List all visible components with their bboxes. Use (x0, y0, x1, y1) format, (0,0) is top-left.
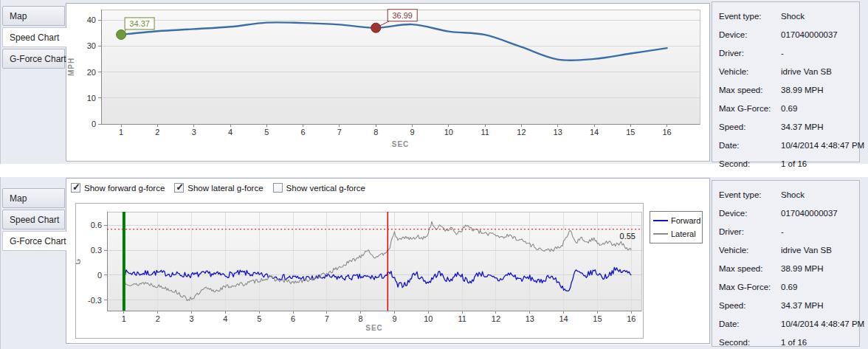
legend-entry-forward: Forward (650, 214, 702, 227)
checkbox-label: Show lateral g-force (187, 184, 263, 193)
event-info-panel-top: Event type:Shock Device:017040000037 Dri… (712, 1, 860, 162)
svg-text:40: 40 (87, 15, 96, 24)
tab-strip-top: Map Speed Chart G-Force Chart (2, 6, 65, 70)
info-row: Speed:34.37 MPH (719, 118, 859, 137)
svg-text:11: 11 (458, 314, 466, 323)
svg-text:SEC: SEC (365, 324, 383, 332)
legend-entry-lateral: Lateral (650, 227, 702, 241)
speed-chart: 01020304012345678910111213141516SECMPH34… (66, 4, 709, 161)
info-row: Event type:Shock (719, 186, 859, 204)
svg-text:6: 6 (301, 128, 306, 137)
svg-text:2: 2 (155, 128, 159, 137)
svg-text:30: 30 (87, 41, 96, 50)
svg-text:4: 4 (223, 314, 227, 323)
gforce-chart-container: Show forward g-force Show lateral g-forc… (66, 178, 710, 344)
forward-line-swatch (653, 220, 668, 221)
svg-text:7: 7 (337, 128, 342, 137)
tab-gforce-chart[interactable]: G-Force Chart (2, 231, 67, 251)
checkbox-show-vertical-gforce[interactable]: Show vertical g-force (273, 183, 365, 193)
gforce-checkbox-row: Show forward g-force Show lateral g-forc… (71, 183, 365, 193)
info-row: Max G-Force:0.69 (719, 100, 859, 118)
svg-text:14: 14 (559, 314, 568, 323)
info-row: Vehicle:idrive Van SB (719, 241, 859, 260)
svg-text:3: 3 (192, 128, 196, 137)
info-row: Second:1 of 16 (719, 334, 859, 349)
svg-text:0.55: 0.55 (620, 232, 636, 241)
svg-text:8: 8 (373, 128, 378, 137)
gforce-legend: Forward Lateral (650, 211, 703, 243)
svg-text:0: 0 (92, 120, 96, 128)
svg-text:10: 10 (87, 94, 96, 103)
info-row: Second:1 of 16 (719, 155, 859, 173)
svg-text:0: 0 (97, 271, 102, 280)
svg-text:MPH: MPH (67, 58, 75, 76)
svg-text:5: 5 (264, 128, 269, 137)
info-row: Event type:Shock (719, 7, 859, 26)
svg-text:9: 9 (410, 128, 414, 137)
info-row: Driver:- (719, 44, 859, 63)
svg-text:2: 2 (156, 314, 160, 323)
info-row: Driver:- (719, 223, 859, 241)
svg-text:12: 12 (492, 314, 500, 323)
svg-text:11: 11 (480, 128, 489, 137)
tab-map[interactable]: Map (2, 188, 65, 208)
info-row: Speed:34.37 MPH (719, 297, 859, 315)
speed-chart-container: 01020304012345678910111213141516SECMPH34… (66, 3, 710, 162)
info-row: Date:10/4/2014 4:48:47 PM (719, 137, 859, 155)
svg-text:8: 8 (359, 314, 363, 323)
checkbox-icon[interactable] (273, 183, 283, 193)
svg-text:16: 16 (663, 128, 672, 137)
lateral-line-swatch (653, 233, 668, 235)
legend-label: Forward (671, 216, 700, 225)
checkbox-label: Show forward g-force (84, 184, 165, 193)
svg-text:34.37: 34.37 (129, 19, 150, 28)
svg-text:G: G (76, 258, 82, 265)
svg-text:9: 9 (392, 314, 396, 323)
info-row: Max speed:38.99 MPH (719, 260, 859, 278)
tab-strip-bottom: Map Speed Chart G-Force Chart (2, 188, 65, 252)
svg-text:1: 1 (122, 314, 126, 323)
svg-text:SEC: SEC (392, 140, 410, 148)
checkbox-show-forward-gforce[interactable]: Show forward g-force (71, 183, 165, 193)
svg-text:0.3: 0.3 (91, 246, 102, 255)
svg-text:5: 5 (257, 314, 261, 323)
tab-speed-chart[interactable]: Speed Chart (2, 210, 65, 229)
gforce-chart: -0.300.30.612345678910111213141516SECG0.… (76, 204, 643, 338)
svg-text:36.99: 36.99 (392, 11, 413, 20)
tab-gforce-chart[interactable]: G-Force Chart (2, 49, 65, 69)
gforce-plot-frame: -0.300.30.612345678910111213141516SECG0.… (75, 203, 644, 339)
info-row: Max speed:38.99 MPH (719, 81, 859, 100)
svg-text:13: 13 (554, 128, 562, 137)
svg-text:0.6: 0.6 (91, 221, 102, 229)
legend-label: Lateral (671, 229, 696, 238)
info-row: Date:10/4/2014 4:48:47 PM (719, 315, 859, 334)
svg-text:14: 14 (590, 128, 599, 137)
info-row: Device:017040000037 (719, 204, 859, 223)
svg-text:3: 3 (189, 314, 193, 323)
checkbox-icon[interactable] (71, 183, 80, 193)
svg-text:10: 10 (424, 314, 433, 323)
checkbox-icon[interactable] (174, 183, 184, 193)
svg-text:4: 4 (228, 128, 232, 137)
svg-text:13: 13 (526, 314, 534, 323)
info-row: Max G-Force:0.69 (719, 278, 859, 297)
event-info-panel-bottom: Event type:Shock Device:017040000037 Dri… (712, 180, 860, 347)
svg-text:-0.3: -0.3 (88, 296, 102, 305)
svg-text:12: 12 (517, 128, 526, 137)
svg-text:15: 15 (593, 314, 602, 323)
tab-speed-chart[interactable]: Speed Chart (2, 27, 67, 47)
svg-text:16: 16 (627, 314, 636, 323)
svg-text:7: 7 (325, 314, 329, 323)
speed-chart-panel: Map Speed Chart G-Force Chart 0102030401… (0, 0, 868, 164)
gforce-chart-panel: Map Speed Chart G-Force Chart Show forwa… (0, 177, 868, 349)
checkbox-label: Show vertical g-force (286, 184, 365, 193)
svg-text:20: 20 (87, 68, 96, 77)
svg-text:6: 6 (291, 314, 295, 323)
svg-text:10: 10 (444, 128, 453, 137)
svg-text:15: 15 (626, 128, 635, 137)
info-row: Device:017040000037 (719, 26, 859, 44)
info-row: Vehicle:idrive Van SB (719, 63, 859, 81)
tab-map[interactable]: Map (2, 6, 65, 26)
checkbox-show-lateral-gforce[interactable]: Show lateral g-force (174, 183, 263, 193)
svg-text:1: 1 (119, 128, 123, 137)
